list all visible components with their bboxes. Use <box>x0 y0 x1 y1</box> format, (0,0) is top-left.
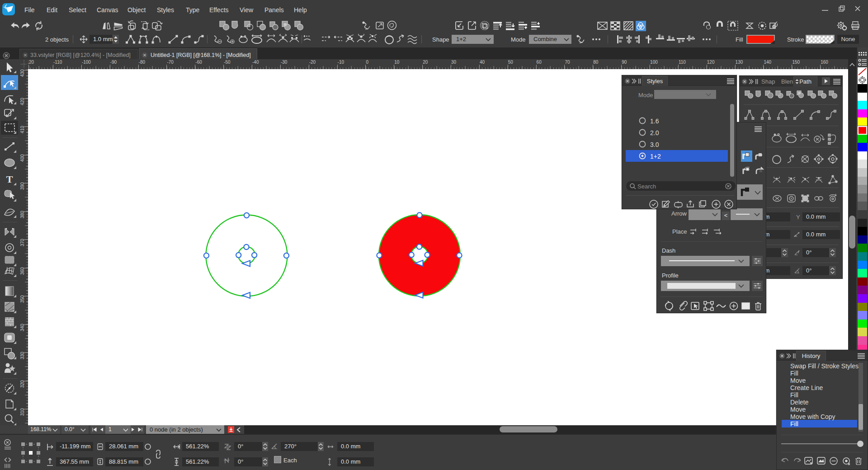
svg-text:T: T <box>6 174 13 185</box>
